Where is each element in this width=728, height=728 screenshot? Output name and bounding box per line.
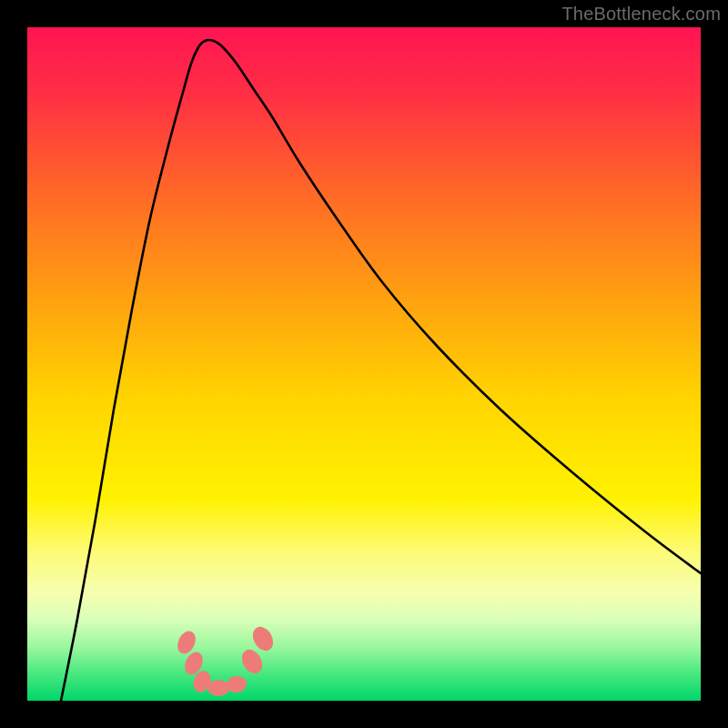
watermark-text: TheBottleneck.com	[561, 4, 721, 25]
bottleneck-chart	[27, 27, 701, 701]
plot-area	[27, 27, 701, 701]
chart-frame: TheBottleneck.com	[0, 0, 728, 728]
curve-marker	[207, 680, 229, 696]
gradient-background	[27, 27, 701, 701]
